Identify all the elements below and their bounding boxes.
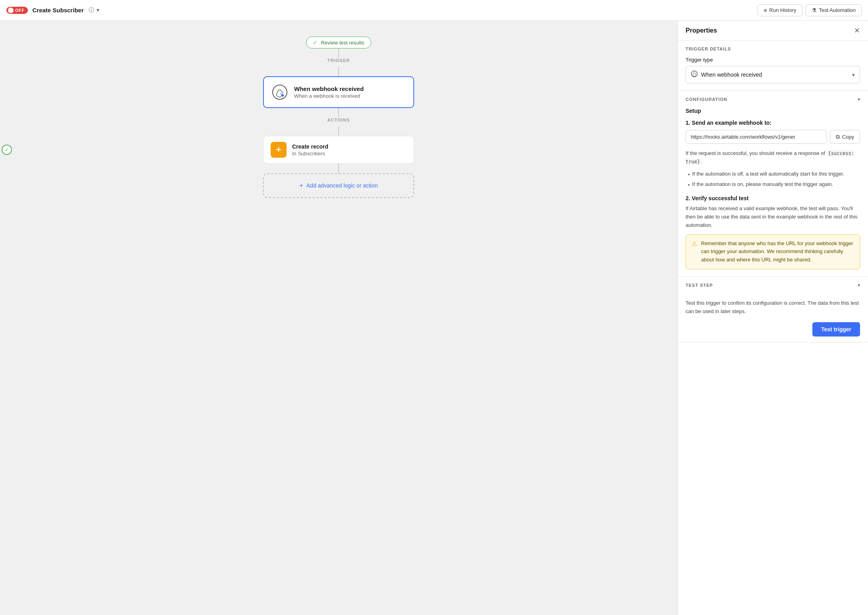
add-icon: + bbox=[299, 182, 303, 189]
check-icon: ✓ bbox=[313, 39, 318, 46]
actions-section-label: ACTIONS bbox=[327, 118, 350, 122]
configuration-body: Setup 1. Send an example webhook to: ⧉ C… bbox=[678, 108, 868, 277]
connector-line-4 bbox=[338, 126, 339, 136]
action-card-title: Create record bbox=[292, 143, 328, 150]
trigger-details-section: TRIGGER DETAILS Trigger type bbox=[678, 41, 868, 91]
bullet-dot-2: • bbox=[688, 181, 690, 190]
create-record-icon-wrap: + bbox=[271, 142, 287, 158]
trigger-type-chevron-icon: ▾ bbox=[852, 72, 855, 78]
copy-button[interactable]: ⧉ Copy bbox=[830, 130, 860, 144]
panel-body: TRIGGER DETAILS Trigger type bbox=[678, 41, 868, 615]
add-action-label: Add advanced logic or action bbox=[306, 182, 378, 189]
test-trigger-button[interactable]: Test trigger bbox=[812, 322, 860, 337]
test-step-chevron-icon: ▾ bbox=[858, 282, 860, 288]
connector-line-1 bbox=[338, 48, 339, 58]
test-step-title: TEST STEP bbox=[686, 283, 713, 288]
properties-panel: Properties ✕ TRIGGER DETAILS Trigger typ… bbox=[677, 21, 868, 615]
actions-section: ✓ + Create record In Subscribers + Add a… bbox=[8, 136, 669, 198]
add-action-button[interactable]: + Add advanced logic or action bbox=[263, 173, 414, 198]
connector-line-2 bbox=[338, 67, 339, 76]
success-info-text: If the request is successful, you should… bbox=[686, 149, 860, 166]
test-step-desc: Test this trigger to confirm its configu… bbox=[686, 299, 860, 316]
webhook-icon-wrap bbox=[271, 83, 289, 101]
trigger-card-subtitle: When a webhook is received bbox=[294, 93, 364, 99]
copy-icon: ⧉ bbox=[836, 133, 840, 140]
trigger-section-label: TRIGGER bbox=[327, 58, 350, 63]
page-title: Create Subscriber bbox=[33, 7, 84, 14]
bullet-text-2: If the automation is on, please manually… bbox=[692, 180, 833, 189]
trigger-details-title: TRIGGER DETAILS bbox=[686, 46, 731, 51]
trigger-details-body: Trigger type When webhook received bbox=[678, 57, 868, 91]
test-automation-label: Test Automation bbox=[819, 7, 856, 13]
bullet-text-1: If the automation is off, a test will au… bbox=[692, 170, 845, 178]
warning-box: ⚠ Remember that anyone who has the URL f… bbox=[686, 234, 860, 269]
panel-header: Properties ✕ bbox=[678, 21, 868, 41]
webhook-select-icon bbox=[691, 70, 698, 79]
bullet-item-2: • If the automation is on, please manual… bbox=[688, 180, 860, 190]
configuration-chevron-icon: ▾ bbox=[858, 97, 860, 102]
setup-title: Setup bbox=[686, 108, 860, 114]
toggle-circle bbox=[8, 8, 14, 13]
trigger-type-value: When webhook received bbox=[701, 72, 762, 78]
trigger-card-text: When webhook received When a webhook is … bbox=[294, 85, 364, 99]
header: OFF Create Subscriber ⓘ ▾ ≡ Run History … bbox=[0, 0, 868, 21]
trigger-type-select[interactable]: When webhook received ▾ bbox=[686, 66, 860, 83]
action-card[interactable]: + Create record In Subscribers bbox=[263, 136, 414, 164]
automation-canvas: ✓ Review test results TRIGGER bbox=[0, 21, 677, 615]
test-step-body: Test this trigger to confirm its configu… bbox=[678, 294, 868, 342]
plus-icon: + bbox=[276, 145, 281, 155]
trigger-type-label: Trigger type bbox=[686, 57, 860, 63]
run-history-button[interactable]: ≡ Run History bbox=[758, 4, 802, 16]
toggle-switch[interactable]: OFF bbox=[6, 7, 28, 14]
action-check-badge: ✓ bbox=[2, 145, 12, 155]
webhook-row: ⧉ Copy bbox=[686, 130, 860, 144]
run-history-icon: ≡ bbox=[763, 7, 767, 14]
info-icon[interactable]: ⓘ bbox=[89, 7, 94, 14]
header-icons: ⓘ ▾ bbox=[89, 7, 99, 14]
connector-line-3 bbox=[338, 108, 339, 118]
action-card-subtitle: In Subscribers bbox=[292, 151, 328, 157]
panel-title: Properties bbox=[686, 27, 717, 34]
action-card-text: Create record In Subscribers bbox=[292, 143, 328, 157]
test-automation-button[interactable]: ⚗ Test Automation bbox=[806, 4, 862, 16]
test-step-header[interactable]: TEST STEP ▾ bbox=[678, 277, 868, 294]
configuration-header[interactable]: CONFIGURATION ▾ bbox=[678, 91, 868, 108]
bullet-item-1: • If the automation is off, a test will … bbox=[688, 170, 860, 179]
bullet-list: • If the automation is off, a test will … bbox=[688, 170, 860, 190]
configuration-title: CONFIGURATION bbox=[686, 97, 727, 102]
review-test-results-button[interactable]: ✓ Review test results bbox=[306, 37, 371, 48]
copy-label: Copy bbox=[842, 134, 854, 140]
warning-text: Remember that anyone who has the URL for… bbox=[701, 240, 854, 264]
flask-icon: ⚗ bbox=[812, 7, 817, 14]
trigger-card[interactable]: When webhook received When a webhook is … bbox=[263, 76, 414, 108]
webhook-url-input[interactable] bbox=[686, 130, 827, 144]
trigger-type-inner: When webhook received bbox=[691, 70, 762, 79]
verify-text: If Airtable has received a valid example… bbox=[686, 205, 860, 229]
trigger-card-title: When webhook received bbox=[294, 85, 364, 92]
run-history-label: Run History bbox=[769, 7, 796, 13]
review-test-results-label: Review test results bbox=[321, 40, 364, 46]
dropdown-icon[interactable]: ▾ bbox=[97, 7, 99, 14]
warning-icon: ⚠ bbox=[692, 240, 697, 248]
connector-line-5 bbox=[338, 164, 339, 173]
step2-label: 2. Verify successful test bbox=[686, 195, 860, 201]
test-step-section: TEST STEP ▾ Test this trigger to confirm… bbox=[678, 277, 868, 342]
step1-label: 1. Send an example webhook to: bbox=[686, 120, 860, 126]
configuration-section: CONFIGURATION ▾ Setup 1. Send an example… bbox=[678, 91, 868, 277]
close-icon[interactable]: ✕ bbox=[854, 27, 860, 34]
svg-point-2 bbox=[692, 71, 698, 77]
trigger-details-header[interactable]: TRIGGER DETAILS bbox=[678, 41, 868, 57]
toggle-label: OFF bbox=[15, 8, 25, 13]
webhook-icon bbox=[272, 84, 288, 100]
bullet-dot-1: • bbox=[688, 171, 690, 179]
main-layout: ✓ Review test results TRIGGER bbox=[0, 21, 868, 615]
